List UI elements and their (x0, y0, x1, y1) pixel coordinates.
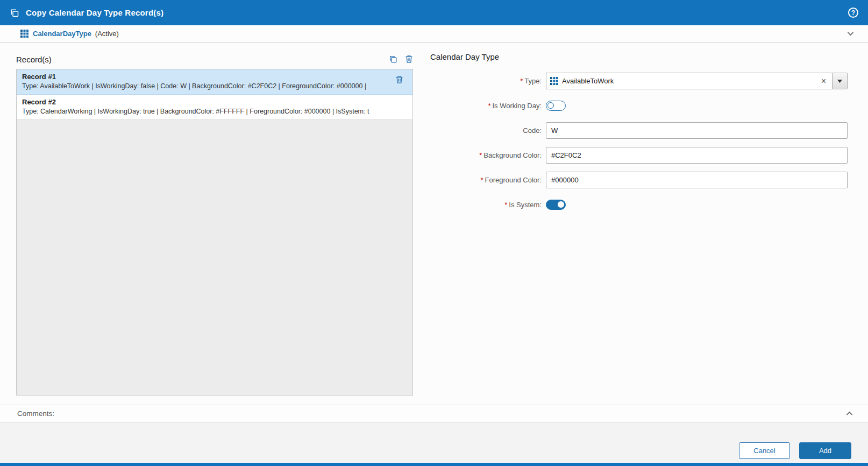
clear-icon[interactable]: × (815, 73, 832, 89)
required-marker: * (480, 176, 483, 184)
records-panel: Record(s) Record #1 Type: Ava (16, 52, 413, 396)
is-working-day-field-row: *Is Working Day: (430, 97, 856, 114)
foreground-color-label: *Foreground Color: (430, 176, 546, 184)
toggle-knob (558, 201, 564, 208)
delete-records-icon[interactable] (405, 55, 413, 63)
form-title: Calendar Day Type (430, 52, 856, 61)
record-row[interactable]: Record #1 Type: AvailableToWork | IsWork… (17, 69, 412, 95)
footer-bar: Cancel Add (0, 422, 868, 463)
page-title: Copy Calendar Day Type Record(s) (26, 8, 163, 17)
type-field-row: *Type: AvailableToWork × (430, 73, 856, 89)
required-marker: * (504, 201, 507, 209)
background-color-label: *Background Color: (430, 151, 546, 159)
form-panel: Calendar Day Type *Type: Availabl (430, 52, 856, 221)
required-marker: * (520, 77, 523, 85)
table-icon (20, 30, 29, 38)
is-working-day-toggle[interactable] (546, 101, 566, 111)
copy-icon (10, 8, 19, 18)
delete-record-icon[interactable] (395, 75, 403, 84)
entity-bar: CalendarDayType (Active) (0, 25, 868, 43)
code-input[interactable] (546, 122, 848, 139)
title-bar: Copy Calendar Day Type Record(s) ? (0, 0, 868, 25)
record-name: Record #1 (22, 72, 407, 82)
toggle-knob (547, 102, 554, 109)
is-system-field-row: *Is System: (430, 196, 856, 213)
records-list: Record #1 Type: AvailableToWork | IsWork… (16, 69, 413, 396)
table-icon (550, 77, 558, 85)
is-working-day-label: *Is Working Day: (430, 102, 546, 110)
code-label: Code: (430, 126, 546, 135)
background-color-input[interactable] (546, 147, 848, 164)
is-system-label: *Is System: (430, 201, 546, 209)
required-marker: * (479, 151, 482, 159)
required-marker: * (488, 102, 490, 110)
window-bottom-edge (0, 463, 868, 466)
entity-status: (Active) (95, 30, 119, 38)
record-details: Type: CalendarWorking | IsWorkingDay: tr… (22, 107, 407, 116)
comments-bar[interactable]: Comments: (0, 405, 868, 422)
type-value: AvailableToWork (562, 77, 815, 85)
type-label: *Type: (430, 77, 546, 85)
copy-records-icon[interactable] (389, 55, 397, 63)
is-system-toggle[interactable] (546, 200, 566, 210)
dropdown-arrow-button[interactable] (832, 73, 847, 89)
foreground-color-field-row: *Foreground Color: (430, 172, 856, 188)
foreground-color-input[interactable] (546, 172, 848, 188)
record-details: Type: AvailableToWork | IsWorkingDay: fa… (22, 82, 407, 91)
records-header: Record(s) (16, 52, 413, 66)
chevron-down-icon[interactable] (846, 29, 855, 38)
entity-name-link[interactable]: CalendarDayType (33, 30, 91, 38)
help-icon[interactable]: ? (848, 8, 858, 18)
records-panel-title: Record(s) (16, 55, 52, 64)
type-combobox[interactable]: AvailableToWork × (546, 73, 848, 89)
chevron-up-icon[interactable] (845, 409, 854, 418)
comments-label: Comments: (17, 409, 54, 418)
cancel-button[interactable]: Cancel (739, 442, 790, 459)
code-field-row: Code: (430, 122, 856, 139)
add-button[interactable]: Add (799, 442, 851, 459)
record-row[interactable]: Record #2 Type: CalendarWorking | IsWork… (17, 95, 412, 120)
copy-record-dialog: Copy Calendar Day Type Record(s) ? Calen… (0, 0, 868, 466)
record-name: Record #2 (22, 97, 407, 107)
background-color-field-row: *Background Color: (430, 147, 856, 164)
